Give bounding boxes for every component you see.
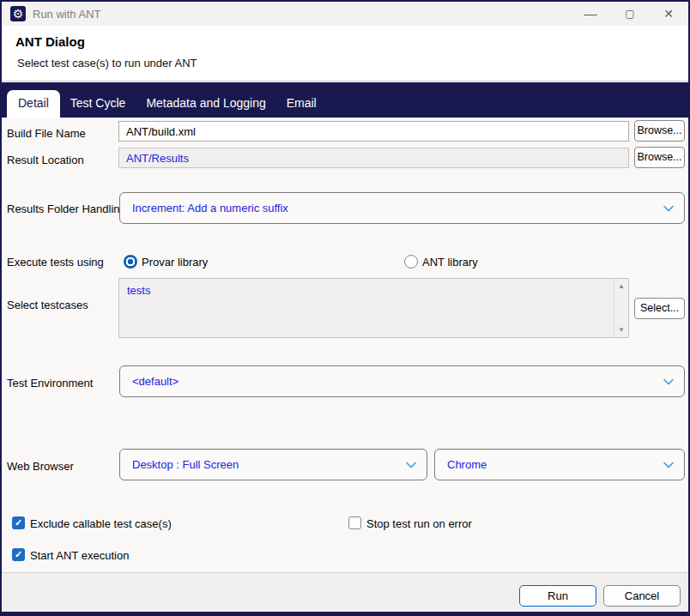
dialog-header: ANT Dialog Select test case(s) to run un…	[2, 26, 688, 81]
test-environment-select[interactable]: <default>	[119, 365, 685, 397]
radio-ant-library-label: ANT library	[422, 256, 478, 269]
maximize-button[interactable]: ▢	[615, 2, 645, 26]
chevron-down-icon	[663, 378, 674, 385]
browser-type-select[interactable]: Chrome	[434, 449, 685, 480]
chevron-down-icon	[406, 462, 416, 468]
cancel-button[interactable]: Cancel	[603, 585, 681, 607]
execute-tests-using-label: Execute tests using	[7, 256, 104, 269]
build-file-name-label: Build File Name	[7, 127, 86, 140]
test-environment-label: Test Environment	[7, 377, 93, 390]
radio-provar-library[interactable]	[124, 255, 137, 269]
build-file-name-input[interactable]	[118, 121, 629, 142]
start-ant-execution-label: Start ANT execution	[30, 549, 129, 562]
results-folder-handling-value: Increment: Add a numeric suffix	[132, 202, 288, 214]
tab-detail[interactable]: Detail	[7, 90, 60, 118]
testcases-scrollbar[interactable]: ▲ ▼	[614, 279, 628, 337]
chevron-down-icon	[663, 462, 674, 468]
title-bar: ⚙ Run with ANT — ▢ ✕	[2, 2, 688, 26]
browser-display-select[interactable]: Desktop : Full Screen	[119, 449, 427, 480]
results-folder-handling-select[interactable]: Increment: Add a numeric suffix	[119, 192, 685, 224]
button-bar: Run Cancel	[2, 572, 688, 613]
browser-display-value: Desktop : Full Screen	[132, 458, 239, 471]
stop-on-error-checkbox[interactable]	[348, 516, 361, 529]
tab-metadata-and-logging[interactable]: Metadata and Logging	[136, 90, 275, 118]
browse-result-location-button[interactable]: Browse...	[634, 147, 685, 168]
browse-build-file-button[interactable]: Browse...	[634, 120, 685, 142]
exclude-callable-checkbox[interactable]: ✓	[12, 516, 25, 529]
select-testcases-label: Select testcases	[7, 299, 88, 311]
select-testcases-input[interactable]: tests ▲ ▼	[118, 278, 629, 338]
page-subtitle: Select test case(s) to run under ANT	[17, 57, 197, 69]
tab-bar: Detail Test Cycle Metadata and Logging E…	[2, 82, 688, 118]
stop-on-error-label: Stop test run on error	[366, 517, 472, 530]
window-title: Run with ANT	[33, 8, 100, 21]
run-with-ant-dialog: ⚙ Run with ANT — ▢ ✕ ANT Dialog Select t…	[0, 0, 690, 616]
web-browser-label: Web Browser	[7, 460, 74, 473]
run-button[interactable]: Run	[519, 585, 596, 607]
scroll-down-icon[interactable]: ▼	[614, 326, 628, 334]
tab-email[interactable]: Email	[276, 90, 327, 118]
result-location-input[interactable]	[118, 148, 629, 168]
radio-provar-library-label: Provar library	[142, 256, 208, 269]
select-testcases-value: tests	[127, 284, 150, 297]
select-testcases-button[interactable]: Select...	[634, 298, 685, 319]
radio-ant-library[interactable]	[404, 255, 418, 269]
exclude-callable-label: Exclude callable test case(s)	[30, 517, 172, 530]
minimize-button[interactable]: —	[576, 2, 605, 26]
scroll-up-icon[interactable]: ▲	[614, 282, 628, 290]
test-environment-value: <default>	[132, 375, 179, 388]
start-ant-execution-checkbox[interactable]: ✓	[12, 548, 25, 561]
tab-test-cycle[interactable]: Test Cycle	[60, 90, 136, 118]
gear-icon: ⚙	[10, 6, 26, 21]
page-title: ANT Dialog	[15, 34, 85, 49]
close-button[interactable]: ✕	[654, 2, 683, 26]
result-location-label: Result Location	[7, 154, 84, 166]
header-divider	[2, 81, 688, 82]
chevron-down-icon	[663, 205, 674, 212]
results-folder-handling-label: Results Folder Handling	[7, 202, 126, 215]
browser-type-value: Chrome	[447, 458, 487, 471]
